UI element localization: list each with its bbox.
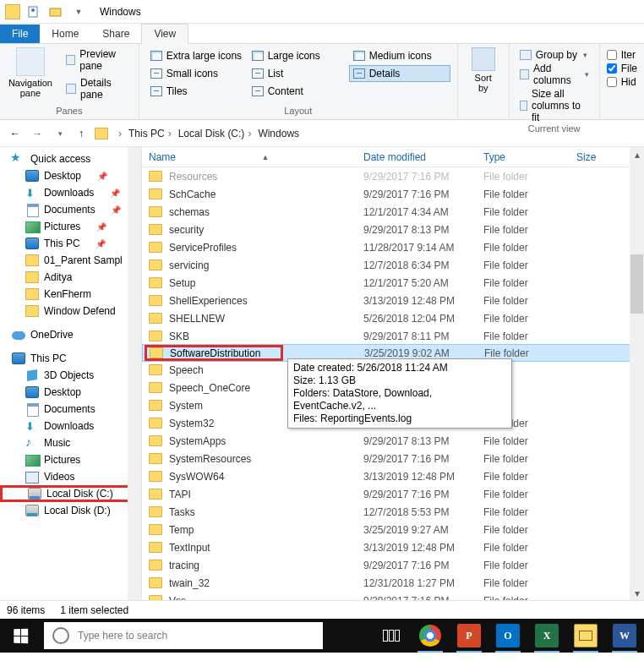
taskbar-powerpoint[interactable]: P	[450, 619, 488, 653]
layout-extra-large[interactable]: Extra large icons	[146, 47, 248, 64]
layout-tiles[interactable]: Tiles	[146, 83, 248, 100]
tab-file[interactable]: File	[0, 25, 40, 43]
nav-pictures[interactable]: Pictures 📌	[0, 218, 141, 235]
file-row[interactable]: SHELLNEW5/26/2018 12:04 PMFile folder	[142, 309, 644, 327]
file-row[interactable]: ServiceProfiles11/28/2017 9:14 AMFile fo…	[142, 238, 644, 256]
nav-folder4[interactable]: Window Defend	[0, 303, 141, 320]
crumb-local-disk[interactable]: Local Disk (C:)›	[177, 128, 257, 139]
file-row[interactable]: Vss9/29/2017 7:16 PMFile folder	[142, 592, 644, 600]
file-row[interactable]: SKB9/29/2017 8:11 PMFile folder	[142, 327, 644, 345]
nav-desktop[interactable]: Desktop 📌	[0, 167, 141, 184]
group-by-button[interactable]: Group by▾	[516, 49, 592, 61]
file-row[interactable]: Setup12/1/2017 5:20 AMFile folder	[142, 274, 644, 292]
current-view-group-label: Current view	[516, 123, 592, 134]
file-row[interactable]: SchCache9/29/2017 7:16 PMFile folder	[142, 185, 644, 203]
task-view-button[interactable]	[372, 619, 411, 653]
breadcrumb[interactable]: › This PC› Local Disk (C:)› Windows	[93, 123, 301, 144]
file-row[interactable]: security9/29/2017 8:13 PMFile folder	[142, 221, 644, 238]
back-button[interactable]: ←	[5, 123, 25, 144]
file-row[interactable]: TAPI9/29/2017 7:16 PMFile folder	[142, 485, 644, 503]
nav-onedrive[interactable]: OneDrive	[0, 326, 141, 343]
nav-pc-pictures[interactable]: Pictures	[0, 451, 141, 468]
file-date: 9/29/2017 7:16 PM	[357, 489, 477, 500]
folder-icon	[149, 364, 162, 375]
nav-pc-music[interactable]: Music	[0, 434, 141, 451]
col-type[interactable]: Type	[477, 151, 570, 163]
start-button[interactable]	[0, 619, 41, 653]
taskbar-explorer[interactable]	[566, 619, 605, 653]
nav-3d-objects[interactable]: 3D Objects	[0, 367, 141, 384]
qat-properties-icon[interactable]	[24, 3, 44, 21]
size-all-columns-button[interactable]: Size all columns to fit	[516, 88, 592, 123]
tab-view[interactable]: View	[141, 24, 188, 44]
file-row[interactable]: twain_3212/31/2018 1:27 PMFile folder	[142, 574, 644, 592]
add-columns-button[interactable]: Add columns▾	[516, 63, 592, 86]
file-row[interactable]: TextInput3/13/2019 12:48 PMFile folder	[142, 538, 644, 556]
forward-button[interactable]: →	[27, 123, 47, 144]
qat-dropdown-icon[interactable]: ▼	[68, 3, 88, 21]
panes-group-label: Panes	[7, 106, 132, 116]
file-row[interactable]: tracing9/29/2017 7:16 PMFile folder	[142, 556, 644, 574]
tab-share[interactable]: Share	[90, 25, 141, 43]
folder-icon	[149, 330, 162, 341]
file-row[interactable]: ShellExperiences3/13/2019 12:48 PMFile f…	[142, 292, 644, 309]
checkbox-hidden[interactable]: Hid	[607, 76, 637, 88]
nav-local-disk-d[interactable]: Local Disk (D:)	[0, 502, 141, 519]
col-name[interactable]: Name▲	[142, 151, 357, 163]
taskbar-word[interactable]: W	[605, 619, 644, 653]
recent-dropdown[interactable]: ▾	[49, 123, 69, 144]
file-row[interactable]: SystemResources9/29/2017 7:16 PMFile fol…	[142, 450, 644, 467]
navigation-panel: Quick access Desktop 📌 Downloads 📌 Docum…	[0, 147, 142, 600]
file-type: File folder	[477, 295, 570, 307]
layout-small[interactable]: Small icons	[146, 65, 248, 82]
file-row[interactable]: schemas12/1/2017 4:34 AMFile folder	[142, 203, 644, 221]
file-list-scrollbar[interactable]: ▴▾	[630, 147, 644, 600]
nav-pc-desktop[interactable]: Desktop	[0, 384, 141, 401]
col-date[interactable]: Date modified	[357, 151, 477, 163]
layout-details[interactable]: Details	[349, 65, 450, 82]
file-name: twain_32	[169, 577, 210, 589]
nav-this-pc[interactable]: This PC	[0, 350, 141, 367]
file-row[interactable]: servicing12/7/2018 6:34 PMFile folder	[142, 256, 644, 274]
up-button[interactable]: ↑	[71, 123, 91, 144]
taskbar-outlook[interactable]: O	[488, 619, 527, 653]
layout-large[interactable]: Large icons	[248, 47, 349, 64]
nav-local-disk-c[interactable]: Local Disk (C:)	[0, 485, 141, 502]
navigation-pane-button[interactable]: Navigation pane	[7, 47, 54, 101]
layout-medium[interactable]: Medium icons	[349, 47, 450, 64]
nav-thispc-pinned[interactable]: This PC 📌	[0, 235, 141, 252]
taskbar-search[interactable]: Type here to search	[44, 622, 323, 649]
file-name: SysWOW64	[169, 471, 224, 483]
layout-list[interactable]: List	[248, 65, 349, 82]
sort-by-button[interactable]: Sort by	[465, 47, 502, 93]
crumb-windows[interactable]: Windows	[256, 128, 301, 139]
nav-folder1[interactable]: 01_Parent Sampl	[0, 252, 141, 269]
checkbox-item[interactable]: Iter	[607, 49, 637, 61]
nav-documents[interactable]: Documents 📌	[0, 201, 141, 218]
folder-icon	[149, 435, 162, 446]
file-row[interactable]: SysWOW643/13/2019 12:48 PMFile folder	[142, 467, 644, 485]
qat-newfolder-icon[interactable]	[46, 3, 66, 21]
status-selected-count: 1 item selected	[60, 604, 128, 616]
nav-downloads[interactable]: Downloads 📌	[0, 184, 141, 201]
crumb-this-pc[interactable]: This PC›	[127, 128, 177, 139]
nav-quick-access[interactable]: Quick access	[0, 150, 141, 167]
details-pane-button[interactable]: Details pane	[63, 76, 132, 101]
file-row[interactable]: Tasks12/7/2018 5:53 PMFile folder	[142, 503, 644, 521]
nav-folder2[interactable]: Aditya	[0, 269, 141, 286]
tooltip-folders: Folders: DataStore, Download, EventCache…	[293, 387, 506, 412]
file-row[interactable]: Resources9/29/2017 7:16 PMFile folder	[142, 167, 644, 185]
nav-scrollbar[interactable]	[128, 147, 141, 600]
preview-pane-button[interactable]: Preview pane	[63, 47, 132, 73]
checkbox-file-ext[interactable]: File	[607, 63, 637, 74]
nav-folder3[interactable]: KenFherm	[0, 286, 141, 303]
layout-content[interactable]: Content	[248, 83, 349, 100]
nav-pc-documents[interactable]: Documents	[0, 401, 141, 418]
nav-pc-downloads[interactable]: Downloads	[0, 418, 141, 434]
taskbar-chrome[interactable]	[411, 619, 450, 653]
taskbar-excel[interactable]: X	[527, 619, 566, 653]
tab-home[interactable]: Home	[40, 25, 90, 43]
file-row[interactable]: SystemApps9/29/2017 8:13 PMFile folder	[142, 432, 644, 450]
file-row[interactable]: Temp3/25/2019 9:27 AMFile folder	[142, 521, 644, 538]
nav-pc-videos[interactable]: Videos	[0, 468, 141, 485]
